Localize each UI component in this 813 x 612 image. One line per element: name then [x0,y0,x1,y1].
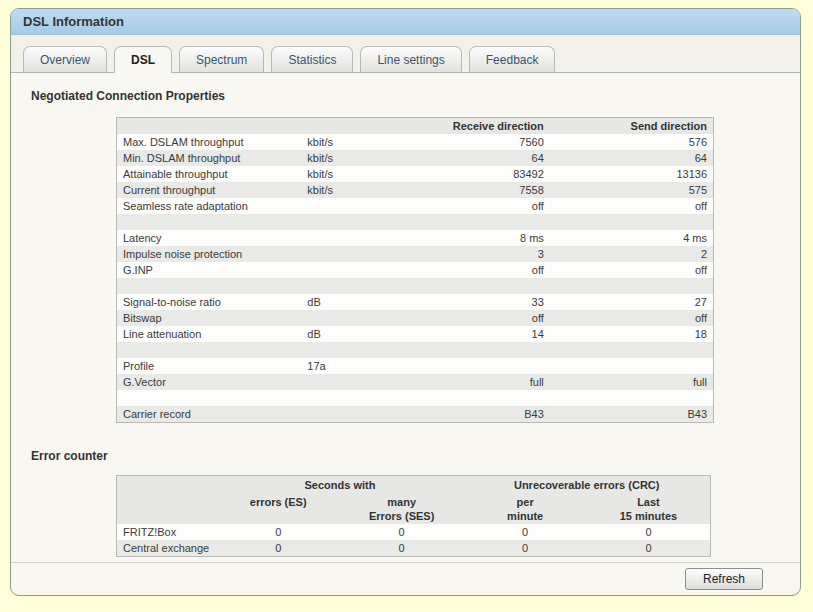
connection-properties-heading: Negotiated Connection Properties [31,89,800,103]
receive-value: 3 [398,246,550,262]
property-label: Attainable throughput [117,166,302,182]
tab-overview[interactable]: Overview [23,46,107,73]
send-value: 13136 [550,166,714,182]
tab-feedback[interactable]: Feedback [469,46,556,73]
error-value: 0 [340,540,464,557]
spacer-row [117,390,714,406]
footer-bar: Refresh [11,562,800,595]
send-value: 64 [550,150,714,166]
header-many-errors-ses: many Errors (SES) [340,493,464,524]
property-unit [301,374,398,390]
property-unit [301,406,398,423]
header-unrecoverable-errors: Unrecoverable errors (CRC) [463,476,710,494]
error-value: 0 [216,540,339,557]
header-empty [117,118,302,135]
tab-content-dsl: Negotiated Connection Properties Receive… [11,73,800,557]
refresh-button[interactable]: Refresh [685,568,763,590]
send-value: off [550,198,714,214]
spacer-row [117,214,714,230]
property-label: G.INP [117,262,302,278]
header-receive-direction: Receive direction [398,118,550,135]
property-unit: dB [301,326,398,342]
tab-line-settings[interactable]: Line settings [360,46,461,73]
error-counter-heading: Error counter [31,449,800,463]
tab-spectrum[interactable]: Spectrum [179,46,264,73]
receive-value: off [398,310,550,326]
header-seconds-with: Seconds with [216,476,463,494]
table-row: G.Vector full full [117,374,714,390]
receive-value: 83492 [398,166,550,182]
property-unit: kbit/s [301,134,398,150]
receive-value: full [398,374,550,390]
error-value: 0 [587,540,711,557]
table-row: Central exchange 0 0 0 0 [117,540,711,557]
property-label: Signal-to-noise ratio [117,294,302,310]
table-row: Line attenuation dB 14 18 [117,326,714,342]
header-empty [117,476,217,494]
property-unit [301,198,398,214]
receive-value: off [398,198,550,214]
error-row-label: Central exchange [117,540,217,557]
header-per-minute: per minute [463,493,586,524]
tab-statistics[interactable]: Statistics [271,46,353,73]
table-row: Seamless rate adaptation off off [117,198,714,214]
table-row: G.INP off off [117,262,714,278]
property-unit [301,310,398,326]
header-empty [301,118,398,135]
property-unit: 17a [301,358,398,374]
property-label: Min. DSLAM throughput [117,150,302,166]
receive-value: 8 ms [398,230,550,246]
property-unit [301,230,398,246]
dsl-information-window: DSL Information Overview DSL Spectrum St… [10,8,801,596]
send-value: 576 [550,134,714,150]
table-row: Min. DSLAM throughput kbit/s 64 64 [117,150,714,166]
tab-dsl[interactable]: DSL [114,46,172,73]
property-unit [301,262,398,278]
receive-value: 7558 [398,182,550,198]
error-counter-table: Seconds with Unrecoverable errors (CRC) … [116,475,711,557]
error-value: 0 [587,524,711,540]
receive-value: 14 [398,326,550,342]
tab-bar: Overview DSL Spectrum Statistics Line se… [11,35,800,73]
receive-value: 64 [398,150,550,166]
header-errors-es: errors (ES) [216,493,339,524]
receive-value: B43 [398,406,550,423]
error-value: 0 [216,524,339,540]
error-group-header-row: Seconds with Unrecoverable errors (CRC) [117,476,711,494]
table-row: Latency 8 ms 4 ms [117,230,714,246]
spacer-row [117,342,714,358]
receive-value: off [398,262,550,278]
send-value: 2 [550,246,714,262]
table-header-row: Receive direction Send direction [117,118,714,135]
property-unit: dB [301,294,398,310]
header-send-direction: Send direction [550,118,714,135]
send-value [550,358,714,374]
send-value: off [550,262,714,278]
table-row: Max. DSLAM throughput kbit/s 7560 576 [117,134,714,150]
error-value: 0 [463,524,586,540]
property-label: G.Vector [117,374,302,390]
property-unit: kbit/s [301,166,398,182]
property-label: Latency [117,230,302,246]
window-titlebar: DSL Information [11,9,800,35]
send-value: 575 [550,182,714,198]
property-label: Max. DSLAM throughput [117,134,302,150]
error-value: 0 [463,540,586,557]
property-label: Profile [117,358,302,374]
table-row: Signal-to-noise ratio dB 33 27 [117,294,714,310]
table-row: Impulse noise protection 3 2 [117,246,714,262]
property-label: Current throughput [117,182,302,198]
table-row: FRITZ!Box 0 0 0 0 [117,524,711,540]
header-last-15-minutes: Last 15 minutes [587,493,711,524]
table-row: Attainable throughput kbit/s 83492 13136 [117,166,714,182]
error-column-header-row: errors (ES) many Errors (SES) per minute… [117,493,711,524]
connection-properties-table: Receive direction Send direction Max. DS… [116,117,714,423]
property-unit: kbit/s [301,150,398,166]
page-title: DSL Information [23,14,124,29]
send-value: 18 [550,326,714,342]
spacer-row [117,278,714,294]
receive-value: 7560 [398,134,550,150]
property-unit: kbit/s [301,182,398,198]
property-label: Impulse noise protection [117,246,302,262]
send-value: 4 ms [550,230,714,246]
